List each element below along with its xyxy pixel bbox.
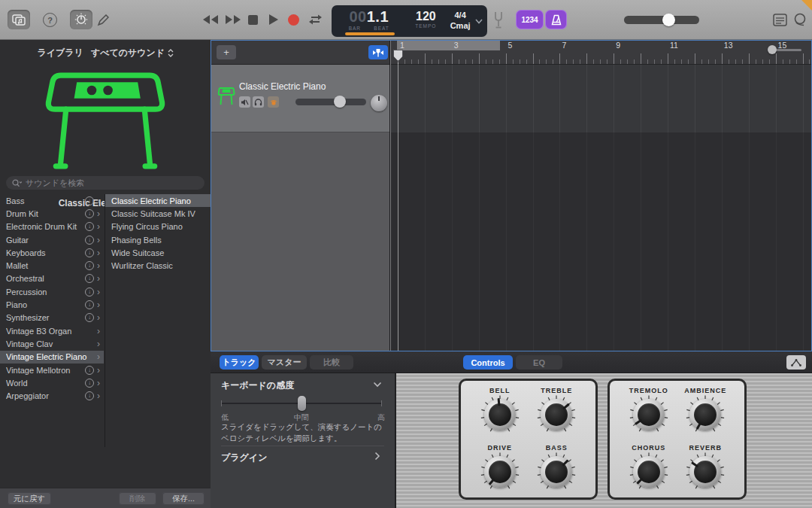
download-icon[interactable]: ↓ [85,236,94,245]
tuner-button[interactable] [493,11,504,29]
knob-control[interactable] [629,452,668,491]
count-in-button[interactable]: 1234 [516,10,544,29]
library-scope-menu[interactable]: すべてのサウンド [91,47,174,58]
knob-ambience[interactable]: AMBIENCE [677,382,735,440]
library-category-item[interactable]: Vintage Clav› [0,337,104,350]
knob-control[interactable] [686,395,725,434]
knob-control[interactable] [480,452,520,491]
library-toggle-button[interactable] [8,10,30,29]
library-preset-item[interactable]: Flying Circus Piano [105,221,211,233]
download-icon[interactable]: ↓ [85,391,94,400]
revert-button[interactable]: 元に戻す [8,492,51,505]
transform-pad-button[interactable] [786,355,806,370]
download-icon[interactable]: ↓ [85,261,94,270]
knob-bell[interactable]: BELL [471,382,529,440]
library-category-item[interactable]: Orchestral↓› [0,272,104,285]
collapse-chevron-icon[interactable] [373,382,382,388]
download-icon[interactable]: ↓ [85,274,94,283]
track-monitoring-button[interactable] [268,96,279,108]
fast-forward-button[interactable] [224,14,242,26]
delete-button[interactable]: 削除 [119,492,156,505]
catch-playhead-button[interactable] [368,45,388,59]
lcd-position-section[interactable]: 001.1 BARBEAT [332,5,406,37]
track-volume-slider[interactable] [295,99,366,105]
knob-control[interactable] [629,395,668,434]
library-category-item[interactable]: World↓› [0,376,104,389]
knob-control[interactable] [537,452,576,491]
library-preset-item[interactable]: Wurlitzer Classic [105,259,211,272]
editors-toggle-button[interactable] [95,13,111,28]
download-icon[interactable]: ↓ [85,196,94,205]
lcd-tempo-section[interactable]: 120 TEMPO [406,5,445,37]
knob-control[interactable] [537,395,576,434]
tab-controls[interactable]: Controls [463,355,513,370]
add-track-button[interactable]: + [217,45,236,59]
knob-chorus[interactable]: CHORUS [620,440,677,497]
knob-control[interactable] [686,452,725,491]
solo-button[interactable] [253,96,264,108]
knob-drive[interactable]: DRIVE [471,440,529,497]
track-name[interactable]: Classic Electric Piano [239,81,326,92]
library-category-item[interactable]: Vintage Mellotron↓› [0,364,104,376]
download-icon[interactable]: ↓ [85,379,94,388]
lcd-display[interactable]: 001.1 BARBEAT 120 TEMPO 4/4 Cmaj [332,5,487,37]
tab-track[interactable]: トラック [220,355,259,370]
save-button[interactable]: 保存... [162,492,205,505]
library-category-item[interactable]: Synthesizer↓› [0,312,104,324]
library-category-item[interactable]: Piano↓› [0,298,104,311]
library-preset-item[interactable]: Phasing Bells [105,233,211,246]
download-icon[interactable]: ↓ [85,287,94,297]
knob-bass[interactable]: BASS [529,440,586,497]
play-button[interactable] [268,14,279,26]
master-volume-slider[interactable] [624,16,699,24]
download-icon[interactable]: ↓ [85,300,94,309]
download-icon[interactable]: ↓ [85,313,94,322]
library-preset-item[interactable]: Wide Suitcase [105,246,211,259]
mute-button[interactable] [239,96,250,108]
smart-controls-toggle-button[interactable] [70,10,92,29]
sound-search-field[interactable]: サウンドを検索 [6,176,205,190]
tab-compare[interactable]: 比較 [310,355,353,370]
library-category-item[interactable]: Electronic Drum Kit↓› [0,221,104,233]
library-category-item[interactable]: Keyboards↓› [0,246,104,259]
lcd-key-section[interactable]: 4/4 Cmaj [445,5,475,37]
notepad-button[interactable] [773,14,787,26]
library-preset-item[interactable]: Classic Electric Piano [105,194,211,207]
lcd-mode-menu[interactable] [475,5,487,37]
knob-reverb[interactable]: REVERB [677,440,735,497]
download-icon[interactable]: ↓ [85,248,94,257]
library-category-item[interactable]: Percussion↓› [0,285,104,298]
playhead-line[interactable] [398,62,398,351]
library-category-item[interactable]: Arpeggiator↓› [0,389,104,402]
loop-browser-button[interactable] [792,12,807,27]
knob-treble[interactable]: TREBLE [529,382,586,440]
sensitivity-slider[interactable] [221,403,382,404]
library-category-item[interactable]: Mallet↓› [0,259,104,272]
tab-eq[interactable]: EQ [516,355,562,370]
track-pan-knob[interactable] [371,95,387,111]
knob-control[interactable] [480,395,520,434]
quick-help-button[interactable]: ? [43,13,57,27]
library-category-item[interactable]: Bass↓› [0,194,104,207]
stop-button[interactable] [248,15,258,25]
knob-tremolo[interactable]: TREMOLO [620,382,677,440]
tab-master[interactable]: マスター [262,355,307,370]
sensitivity-slider-knob[interactable] [298,396,306,411]
track-lane[interactable] [391,65,812,132]
library-category-item[interactable]: Vintage B3 Organ› [0,324,104,337]
download-icon[interactable]: ↓ [85,209,94,218]
metronome-button[interactable] [545,10,567,29]
track-volume-knob[interactable] [334,96,346,108]
record-button[interactable] [288,14,299,26]
rewind-button[interactable] [201,14,220,26]
library-category-item[interactable]: Vintage Electric Piano› [0,351,104,364]
cycle-button[interactable] [308,14,323,26]
library-category-item[interactable]: Drum Kit↓› [0,207,104,220]
track-header[interactable]: Classic Electric Piano [211,65,389,132]
plugins-row[interactable]: プラグイン [221,452,267,464]
library-category-item[interactable]: Guitar↓› [0,233,104,246]
master-volume-knob[interactable] [662,14,675,26]
library-preset-item[interactable]: Classic Suitcase Mk IV [105,207,211,220]
download-icon[interactable]: ↓ [85,366,94,375]
download-icon[interactable]: ↓ [85,222,94,231]
